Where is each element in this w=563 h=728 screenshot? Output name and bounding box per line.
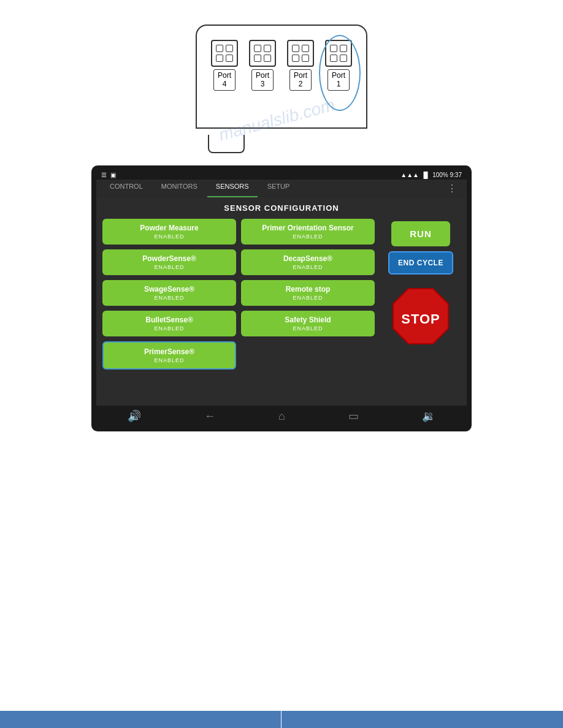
tab-control[interactable]: CONTROL [101, 180, 151, 197]
sensor-primer-orientation-name: Primer Orientation Sensor [262, 224, 353, 232]
port-2-connector [287, 40, 314, 67]
sensor-swagesense-name: SwageSense® [144, 285, 194, 294]
sensor-powdersense-btn[interactable]: PowderSense® ENABLED [102, 249, 236, 275]
page-wrapper: Port4 Port3 [0, 0, 563, 728]
wifi-icon: ▲▲▲ [400, 172, 419, 178]
tab-monitors[interactable]: MONITORS [153, 180, 206, 197]
sensor-swagesense-btn[interactable]: SwageSense® ENABLED [102, 280, 236, 306]
port-4-label: Port4 [213, 69, 236, 91]
sensor-safety-shield-name: Safety Shield [285, 316, 331, 324]
port-pin [292, 55, 299, 62]
run-button[interactable]: RUN [391, 221, 450, 246]
port-pin [216, 55, 223, 62]
port-pin [340, 55, 347, 62]
navbar-volume-up-icon[interactable]: 🔉 [422, 409, 435, 423]
tablet-frame: ☰ ▣ ▲▲▲ ▐▌ 100% 9:37 CONTROL MONITORS SE… [91, 165, 472, 431]
navbar-volume-down-icon[interactable]: 🔊 [128, 409, 141, 423]
sensor-decapsense-status: ENABLED [293, 264, 323, 270]
port-4-connector [211, 40, 238, 67]
battery-percent: 100% 9:37 [432, 172, 462, 178]
sensor-powder-measure-status: ENABLED [154, 233, 184, 240]
nav-tabs-bar: CONTROL MONITORS SENSORS SETUP ⋮ [96, 180, 467, 197]
port-2-item: Port2 [287, 40, 314, 91]
battery-icon: ▐▌ [421, 172, 430, 178]
sensor-bulletsense-status: ENABLED [154, 325, 184, 332]
section-title: SENSOR CONFIGURATION [102, 203, 461, 213]
ports-container: Port4 Port3 [196, 40, 367, 91]
port-pin [226, 45, 233, 52]
sensor-primersense-name: PrimerSense® [144, 347, 194, 356]
port-pin [254, 55, 261, 62]
sensor-remote-stop-status: ENABLED [293, 295, 323, 301]
port-1-label: Port1 [327, 69, 350, 91]
sensor-bulletsense-name: BulletSense® [145, 316, 193, 324]
tablet-main-area: Powder Measure ENABLED Primer Orientatio… [102, 219, 461, 370]
port-3-label: Port3 [251, 69, 274, 91]
tab-setup[interactable]: SETUP [259, 180, 299, 197]
device-bottom-curve [208, 135, 245, 153]
sensor-powder-measure-name: Powder Measure [140, 224, 198, 232]
sensor-primersense-btn[interactable]: PrimerSense® ENABLED [102, 341, 236, 370]
sensor-safety-shield-btn[interactable]: Safety Shield ENABLED [241, 311, 375, 336]
sensor-bulletsense-btn[interactable]: BulletSense® ENABLED [102, 311, 236, 336]
sensor-powder-measure-btn[interactable]: Powder Measure ENABLED [102, 219, 236, 245]
sensor-safety-shield-status: ENABLED [293, 325, 323, 332]
port-2-label: Port2 [289, 69, 312, 91]
port-pin [216, 45, 223, 52]
sensor-primer-orientation-status: ENABLED [293, 233, 323, 240]
port-3-connector [249, 40, 276, 67]
port-pin [330, 45, 337, 52]
port-3-item: Port3 [249, 40, 276, 91]
sensor-decapsense-name: DecapSense® [283, 254, 332, 263]
diagram-section: Port4 Port3 [0, 0, 563, 165]
footer-right [282, 711, 563, 728]
port-pin [226, 55, 233, 62]
port-pin [292, 45, 299, 52]
sensor-swagesense-status: ENABLED [154, 295, 184, 301]
port-pin [254, 45, 261, 52]
statusbar-notification-icon: ☰ [101, 172, 107, 178]
right-panel: RUN END CYCLE STOP [381, 219, 461, 370]
sensor-remote-stop-name: Remote stop [286, 285, 331, 294]
navbar-home-icon[interactable]: ⌂ [278, 410, 285, 423]
port-pin [340, 45, 347, 52]
tab-sensors[interactable]: SENSORS [207, 180, 258, 197]
stop-sign-icon: STOP [390, 286, 451, 347]
port-pin [330, 55, 337, 62]
port-1-connector [325, 40, 352, 67]
port-1-item: Port1 [325, 40, 352, 91]
tablet-statusbar: ☰ ▣ ▲▲▲ ▐▌ 100% 9:37 [96, 170, 467, 180]
svg-text:STOP: STOP [401, 311, 440, 327]
end-cycle-button[interactable]: END CYCLE [388, 251, 453, 275]
menu-dots-icon[interactable]: ⋮ [442, 180, 462, 197]
sensor-decapsense-btn[interactable]: DecapSense® ENABLED [241, 249, 375, 275]
port-4-item: Port4 [211, 40, 238, 91]
footer-left [0, 711, 282, 728]
device-diagram: Port4 Port3 [177, 18, 386, 153]
sensor-powdersense-status: ENABLED [154, 264, 184, 270]
footer-bar [0, 711, 563, 728]
port-pin [264, 45, 271, 52]
sensor-remote-stop-btn[interactable]: Remote stop ENABLED [241, 280, 375, 306]
tablet-content: SENSOR CONFIGURATION Powder Measure ENAB… [96, 197, 467, 406]
statusbar-screenshot-icon: ▣ [110, 172, 116, 178]
port-pin [302, 55, 309, 62]
port-pin [264, 55, 271, 62]
tablet-navbar-bottom: 🔊 ← ⌂ ▭ 🔉 [96, 406, 467, 427]
statusbar-left: ☰ ▣ [101, 172, 116, 178]
navbar-back-icon[interactable]: ← [204, 410, 215, 423]
sensor-primersense-status: ENABLED [154, 357, 184, 363]
sensors-area: Powder Measure ENABLED Primer Orientatio… [102, 219, 375, 370]
tablet-section: ☰ ▣ ▲▲▲ ▐▌ 100% 9:37 CONTROL MONITORS SE… [0, 165, 563, 444]
sensor-powdersense-name: PowderSense® [142, 254, 196, 263]
sensor-primer-orientation-btn[interactable]: Primer Orientation Sensor ENABLED [241, 219, 375, 245]
statusbar-right: ▲▲▲ ▐▌ 100% 9:37 [400, 172, 462, 178]
port-pin [302, 45, 309, 52]
navbar-recents-icon[interactable]: ▭ [348, 409, 359, 423]
